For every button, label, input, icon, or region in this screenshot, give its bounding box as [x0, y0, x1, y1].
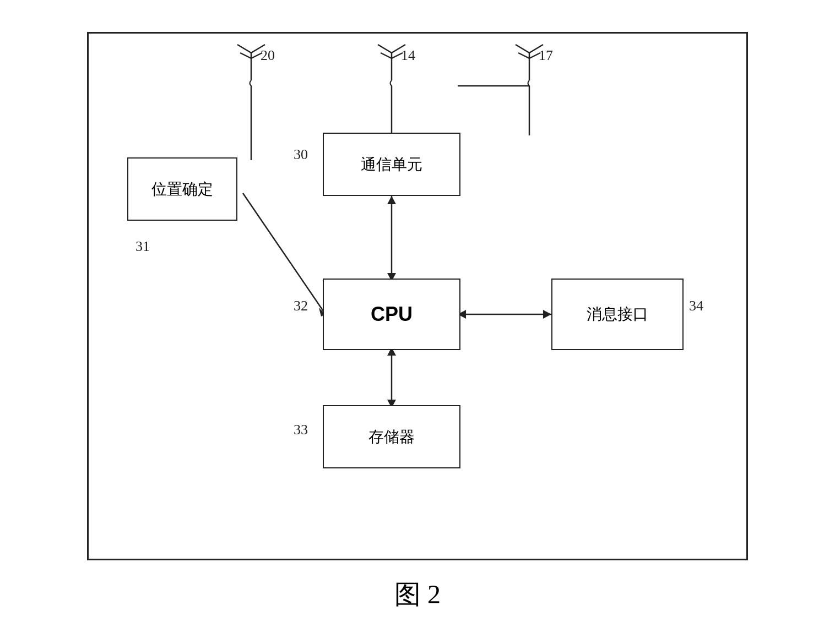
label-32: 32 — [294, 298, 308, 314]
svg-line-21 — [378, 45, 392, 53]
svg-line-23 — [381, 53, 392, 58]
box-cpu-label: CPU — [371, 303, 413, 326]
svg-marker-8 — [387, 196, 396, 204]
box-cunchu: 存储器 — [323, 405, 460, 468]
svg-marker-10 — [543, 310, 551, 319]
box-weizhi-label: 位置确定 — [151, 179, 213, 200]
label-33: 33 — [294, 422, 308, 438]
label-34: 34 — [689, 298, 703, 314]
label-31: 31 — [135, 238, 150, 255]
antenna-17-label: 17 — [539, 47, 553, 64]
svg-line-16 — [237, 45, 251, 53]
box-weizhi: 位置确定 — [127, 157, 237, 221]
antenna-20: 20 — [232, 42, 270, 102]
diagram-container: 20 14 17 位置确定 通信单元 CPU — [87, 32, 748, 560]
box-cunchu-label: 存储器 — [368, 427, 415, 447]
box-tongxin: 通信单元 — [323, 133, 460, 196]
svg-line-26 — [516, 45, 529, 53]
figure-label: 图 2 — [394, 577, 441, 612]
box-xiaoxijiekou: 消息接口 — [551, 279, 684, 350]
svg-line-18 — [240, 53, 251, 58]
antenna-17: 17 — [510, 42, 549, 102]
box-xiaoxijiekou-label: 消息接口 — [587, 304, 648, 325]
box-cpu: CPU — [323, 279, 460, 350]
antenna-14-label: 14 — [401, 47, 415, 64]
antenna-14: 14 — [372, 42, 411, 102]
svg-line-28 — [518, 53, 529, 58]
svg-line-4 — [243, 193, 326, 314]
box-tongxin-label: 通信单元 — [361, 154, 422, 175]
label-30: 30 — [294, 146, 308, 163]
antenna-20-label: 20 — [261, 47, 275, 64]
